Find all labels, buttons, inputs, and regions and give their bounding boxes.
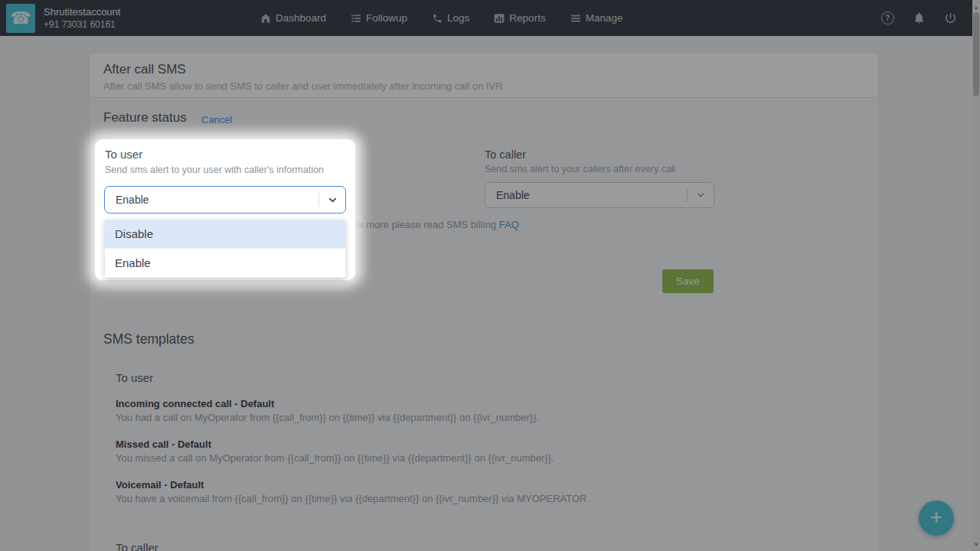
dropdown-option-enable[interactable]: Enable [105, 249, 345, 278]
to-user-spotlight: To user Send sms alert to your user with… [95, 139, 355, 280]
to-user-select-value: Enable [105, 194, 318, 206]
to-user-label: To user [105, 148, 142, 161]
to-user-select[interactable]: Enable [104, 186, 346, 214]
to-user-dropdown-menu: Disable Enable [105, 220, 345, 278]
dropdown-option-disable[interactable]: Disable [105, 220, 345, 249]
chevron-down-icon [319, 194, 345, 206]
to-user-description: Send sms alert to your user with caller'… [105, 165, 324, 175]
